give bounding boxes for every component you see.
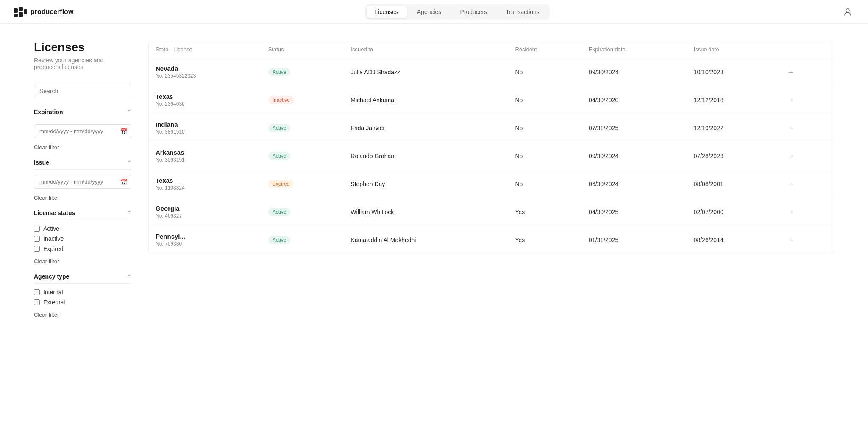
licenses-table-container: State - LicenseStatusIssued toResidentEx… (148, 41, 834, 254)
nav-tab-agencies[interactable]: Agencies (409, 6, 450, 18)
cell-action-6: → (777, 226, 834, 254)
row-arrow-button-3[interactable]: → (784, 151, 798, 162)
expiration-date-val-5: 04/30/2025 (589, 209, 618, 215)
issued-to-link-1[interactable]: Michael Ankuma (351, 97, 394, 103)
cell-issue-date-4: 08/08/2001 (687, 170, 777, 198)
page-subtitle: Review your agencies and producers licen… (34, 57, 131, 70)
license-no-6: No. 709380 (156, 241, 255, 247)
cell-status-5: Active (262, 198, 344, 226)
state-name-6: Pennsyl... (156, 233, 255, 240)
license-status-clear-filter[interactable]: Clear filter (34, 258, 59, 265)
checkbox-expired[interactable] (34, 246, 40, 252)
agency-type-filter-title: Agency type (34, 273, 69, 280)
expiration-filter-title: Expiration (34, 109, 63, 115)
license-status-option-inactive[interactable]: Inactive (34, 235, 131, 242)
resident-val-0: No (515, 69, 523, 75)
status-badge-5: Active (268, 208, 291, 216)
cell-state-3: Arkansas No. 3063191 (149, 142, 262, 170)
agency-type-clear-filter[interactable]: Clear filter (34, 312, 59, 318)
logo-text: producerflow (31, 8, 73, 16)
row-arrow-button-0[interactable]: → (784, 67, 798, 78)
expiration-clear-filter[interactable]: Clear filter (34, 144, 59, 151)
nav-tab-transactions[interactable]: Transactions (497, 6, 548, 18)
cell-status-6: Active (262, 226, 344, 254)
svg-point-5 (846, 9, 849, 12)
status-badge-4: Expired (268, 180, 294, 188)
issued-to-link-2[interactable]: Frida Janvier (351, 125, 385, 131)
issue-date-val-1: 12/12/2018 (694, 97, 723, 103)
status-badge-1: Inactive (268, 96, 294, 104)
row-arrow-button-4[interactable]: → (784, 179, 798, 190)
navbar: producerflow LicensesAgenciesProducersTr… (0, 0, 868, 24)
expiration-date-wrapper: 📅 (34, 124, 131, 138)
cell-state-1: Texas No. 2364636 (149, 86, 262, 114)
table-row: Nevada No. 23545322323 Active Julia ADJ … (149, 58, 834, 86)
nav-tab-licenses[interactable]: Licenses (367, 6, 407, 18)
checkbox-agency-external[interactable] (34, 299, 40, 305)
status-badge-6: Active (268, 236, 291, 244)
expiration-date-input[interactable] (34, 124, 131, 138)
expiration-date-val-6: 01/31/2025 (589, 237, 618, 243)
agency-type-options: InternalExternal (34, 289, 131, 306)
issue-filter: Issue ⌃ 📅 Clear filter (34, 159, 131, 201)
issue-filter-header[interactable]: Issue ⌃ (34, 159, 131, 170)
license-status-chevron-icon: ⌃ (127, 210, 131, 216)
issue-date-val-6: 08/26/2014 (694, 237, 723, 243)
svg-rect-1 (19, 7, 23, 11)
cell-expiration-4: 06/30/2024 (582, 170, 687, 198)
license-status-option-expired[interactable]: Expired (34, 246, 131, 252)
cell-issued-to-5: William Whitlock (344, 198, 508, 226)
resident-val-6: Yes (515, 237, 525, 243)
licenses-table: State - LicenseStatusIssued toResidentEx… (149, 41, 834, 254)
license-status-filter-header[interactable]: License status ⌃ (34, 209, 131, 220)
cell-state-0: Nevada No. 23545322323 (149, 58, 262, 86)
cell-action-0: → (777, 58, 834, 86)
issued-to-link-6[interactable]: Kamaladdin Al Makhedhi (351, 237, 416, 243)
issue-date-input[interactable] (34, 175, 131, 189)
cell-issue-date-5: 02/07/2000 (687, 198, 777, 226)
cell-issue-date-0: 10/10/2023 (687, 58, 777, 86)
agency-type-option-external[interactable]: External (34, 299, 131, 306)
main-content: State - LicenseStatusIssued toResidentEx… (148, 41, 834, 326)
issued-to-link-3[interactable]: Rolando Graham (351, 153, 396, 159)
svg-rect-4 (24, 9, 27, 14)
license-status-option-active[interactable]: Active (34, 225, 131, 232)
cell-issued-to-3: Rolando Graham (344, 142, 508, 170)
resident-val-5: Yes (515, 209, 525, 215)
expiration-filter-header[interactable]: Expiration ⌃ (34, 109, 131, 119)
row-arrow-button-1[interactable]: → (784, 95, 798, 106)
cell-issued-to-2: Frida Janvier (344, 114, 508, 142)
expiration-date-val-3: 09/30/2024 (589, 153, 618, 159)
checkbox-inactive[interactable] (34, 236, 40, 242)
issue-filter-title: Issue (34, 159, 49, 166)
agency-type-filter-header[interactable]: Agency type ⌃ (34, 273, 131, 284)
svg-rect-0 (14, 8, 18, 13)
issue-date-val-2: 12/19/2022 (694, 125, 723, 131)
row-arrow-button-2[interactable]: → (784, 123, 798, 134)
row-arrow-button-5[interactable]: → (784, 206, 798, 218)
issue-clear-filter[interactable]: Clear filter (34, 195, 59, 201)
resident-val-2: No (515, 125, 523, 131)
nav-tab-producers[interactable]: Producers (451, 6, 495, 18)
checkbox-active[interactable] (34, 226, 40, 232)
license-no-5: No. 466327 (156, 213, 255, 219)
state-name-3: Arkansas (156, 149, 255, 156)
user-icon[interactable] (841, 5, 854, 19)
col-header-state_license: State - License (149, 41, 262, 58)
checkbox-label-inactive: Inactive (43, 235, 64, 242)
agency-type-option-internal[interactable]: Internal (34, 289, 131, 296)
row-arrow-button-6[interactable]: → (784, 234, 798, 246)
resident-val-4: No (515, 181, 523, 187)
status-badge-3: Active (268, 152, 291, 160)
table-header: State - LicenseStatusIssued toResidentEx… (149, 41, 834, 58)
cell-expiration-6: 01/31/2025 (582, 226, 687, 254)
cell-resident-2: No (508, 114, 582, 142)
checkbox-agency-label-external: External (43, 299, 65, 306)
cell-resident-1: No (508, 86, 582, 114)
issued-to-link-0[interactable]: Julia ADJ Shadazz (351, 69, 400, 75)
issued-to-link-5[interactable]: William Whitlock (351, 209, 394, 215)
state-name-0: Nevada (156, 65, 255, 72)
checkbox-agency-internal[interactable] (34, 289, 40, 295)
issued-to-link-4[interactable]: Stephen Day (351, 181, 385, 187)
search-input[interactable] (34, 84, 131, 98)
